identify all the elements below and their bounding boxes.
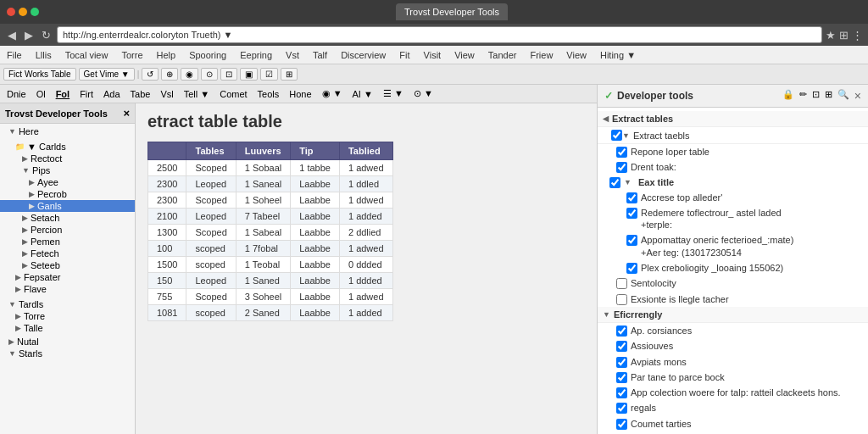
- address-bar[interactable]: [57, 26, 822, 43]
- tree-item-ganls[interactable]: ▶ Ganls: [0, 200, 135, 212]
- repone-checkbox[interactable]: [616, 147, 627, 158]
- app-colection-checkbox[interactable]: [616, 387, 627, 398]
- menu-tander[interactable]: Tander: [485, 48, 520, 62]
- tree-item-pecrob[interactable]: ▶ Pecrob: [0, 188, 135, 200]
- check-avpiats[interactable]: Avpiats mons: [598, 354, 868, 370]
- tree-item-torre[interactable]: ▶ Torre: [0, 310, 135, 322]
- appomattay-checkbox[interactable]: [626, 235, 637, 246]
- eax-title-checkbox[interactable]: [609, 177, 620, 188]
- par-tane-checkbox[interactable]: [616, 372, 627, 383]
- table-row[interactable]: 2500Scoped1 Sobaal1 tabbe1 adwed: [148, 160, 393, 176]
- sec-dnie[interactable]: Dnie: [3, 87, 30, 101]
- devtools-expand-icon[interactable]: ⊞: [825, 89, 832, 103]
- drent-checkbox[interactable]: [616, 162, 627, 173]
- exsionte-checkbox[interactable]: [616, 294, 627, 305]
- sec-firt[interactable]: Firt: [76, 87, 97, 101]
- menu-spooring[interactable]: Spooring: [186, 48, 230, 62]
- menu-fit[interactable]: Fit: [396, 48, 413, 62]
- check-regals[interactable]: regals: [598, 400, 868, 415]
- tree-item-tardls[interactable]: ▼ Tardls: [0, 298, 135, 310]
- toolbar-dot[interactable]: ⊙: [201, 68, 218, 81]
- check-redemere[interactable]: Redemere toflectrour_ astel laded+terple…: [598, 205, 868, 233]
- back-button[interactable]: ◀: [5, 28, 19, 42]
- table-row[interactable]: 150Leoped1 SanedLaabbe1 ddded: [148, 273, 393, 289]
- devtools-lock-icon[interactable]: 🔒: [782, 89, 794, 103]
- avpiats-checkbox[interactable]: [616, 357, 627, 368]
- toolbar-more[interactable]: ⊞: [281, 68, 298, 81]
- devtools-close-button[interactable]: ×: [854, 89, 861, 103]
- tree-item-starls[interactable]: ▼ Starls: [0, 348, 135, 359]
- accrese-checkbox[interactable]: [626, 192, 637, 203]
- regals-checkbox[interactable]: [616, 403, 627, 414]
- devtools-edit-icon[interactable]: ✏: [799, 89, 807, 103]
- devtools-window-icon[interactable]: ⊡: [812, 89, 820, 103]
- table-row[interactable]: 100scoped1 7fobalLaabbe1 adwed: [148, 241, 393, 257]
- tree-item-nutal[interactable]: ▶ Nutal: [0, 336, 135, 348]
- traffic-light-yellow[interactable]: [19, 8, 27, 16]
- tree-tardls[interactable]: ▼ Tardls ▶ Torre ▶ Talle: [0, 297, 135, 336]
- menu-visit[interactable]: Visit: [420, 48, 445, 62]
- sec-dot-dd[interactable]: ⊙ ▼: [410, 86, 437, 101]
- section-extract-tables[interactable]: ◀ Extract tables: [598, 111, 868, 127]
- section-eficrrengly[interactable]: ▼ Eficrrengly: [598, 307, 868, 323]
- check-exsionte[interactable]: Exsionte is llegle tacher: [598, 292, 868, 307]
- toolbar-check[interactable]: ☑: [260, 68, 278, 81]
- toolbar-circle[interactable]: ◉: [181, 68, 198, 81]
- tree-item-setach[interactable]: ▶ Setach: [0, 212, 135, 224]
- menu-eepring[interactable]: Eepring: [236, 48, 275, 62]
- table-row[interactable]: 1081scoped2 SanedLaabbe1 added: [148, 305, 393, 321]
- menu-icon[interactable]: ⋮: [852, 29, 863, 42]
- sec-tabe[interactable]: Tabe: [127, 87, 154, 101]
- tree-item-seteeb[interactable]: ▶ Seteeb: [0, 259, 135, 271]
- table-row[interactable]: 1500scoped1 TeobalLaabbe0 ddded: [148, 257, 393, 273]
- table-row[interactable]: 2300Scoped1 SoheelLaabbe1 ddwed: [148, 192, 393, 209]
- forward-button[interactable]: ▶: [22, 28, 36, 42]
- table-row[interactable]: 1300Scoped1 SabealLaabbe2 ddlied: [148, 225, 393, 241]
- check-app-colection[interactable]: App colection woere for talp: ratteil cl…: [598, 385, 868, 400]
- coumet-checkbox[interactable]: [616, 419, 627, 430]
- sec-lines[interactable]: ☰ ▼: [380, 86, 407, 101]
- table-row[interactable]: 755Scoped3 SoheelLaabbe1 adwed: [148, 289, 393, 305]
- tree-item-ayee[interactable]: ▶ Ayee: [0, 176, 135, 188]
- devtools-search-icon[interactable]: 🔍: [837, 89, 849, 103]
- menu-hiting[interactable]: Hiting ▼: [597, 48, 639, 62]
- toolbar-fict-works[interactable]: Fict Works Table: [3, 68, 76, 81]
- redemere-checkbox[interactable]: [626, 208, 637, 219]
- menu-talf[interactable]: Talf: [309, 48, 331, 62]
- plex-checkbox[interactable]: [626, 263, 637, 274]
- sec-ai[interactable]: AI ▼: [349, 87, 376, 101]
- tree-item-pemen[interactable]: ▶ Pemen: [0, 236, 135, 248]
- sec-fol[interactable]: Fol: [53, 87, 74, 101]
- tree-item-carlds[interactable]: 📁▼ Carlds: [0, 141, 135, 153]
- check-coumet[interactable]: Coumet tarties: [598, 416, 868, 431]
- menu-discerview[interactable]: Discerview: [337, 48, 389, 62]
- assiouves-checkbox[interactable]: [616, 341, 627, 352]
- check-par-tane[interactable]: Par tane to parce bock: [598, 370, 868, 385]
- subsection-eax-title[interactable]: ▼ Eax title: [598, 175, 868, 190]
- tree-item-pips[interactable]: ▼ Pips: [0, 164, 135, 176]
- menu-tocal-view[interactable]: Tocal view: [62, 48, 112, 62]
- sec-hone[interactable]: Hone: [286, 87, 314, 101]
- browser-tab[interactable]: Trovst Developer Tools: [396, 3, 508, 20]
- menu-lllis[interactable]: Lllis: [32, 48, 55, 62]
- section-extract-taebls[interactable]: ▼ Extract taebls: [598, 127, 868, 144]
- tree-here[interactable]: ▼ Here: [0, 124, 135, 139]
- table-row[interactable]: 2300Leoped1 SanealLaabbe1 ddled: [148, 176, 393, 192]
- check-drent[interactable]: Drent toak:: [598, 159, 868, 175]
- table-row[interactable]: 2100Leoped7 TabeelLaabbe1 added: [148, 209, 393, 225]
- menu-view[interactable]: View: [451, 48, 478, 62]
- menu-vst[interactable]: Vst: [282, 48, 303, 62]
- tree-item-here[interactable]: ▼ Here: [0, 125, 135, 137]
- sec-comet[interactable]: Comet: [216, 87, 250, 101]
- toolbar-add[interactable]: ⊕: [161, 68, 178, 81]
- check-appomattay[interactable]: Appomattay oneric fecterioed_:mate)+Aer …: [598, 232, 868, 260]
- menu-file[interactable]: File: [3, 48, 25, 62]
- menu-torre[interactable]: Torre: [118, 48, 146, 62]
- sec-ada[interactable]: Ada: [100, 87, 124, 101]
- menu-help[interactable]: Help: [153, 48, 180, 62]
- sidebar-close-icon[interactable]: ×: [123, 107, 130, 120]
- toolbar-box[interactable]: ▣: [240, 68, 258, 81]
- sec-vsl[interactable]: Vsl: [157, 87, 176, 101]
- tree-carlds[interactable]: 📁▼ Carlds ▶ Rectoct ▼ Pips ▶ Ayee ▶ Pecr…: [0, 139, 135, 297]
- check-assiouves[interactable]: Assiouves: [598, 338, 868, 353]
